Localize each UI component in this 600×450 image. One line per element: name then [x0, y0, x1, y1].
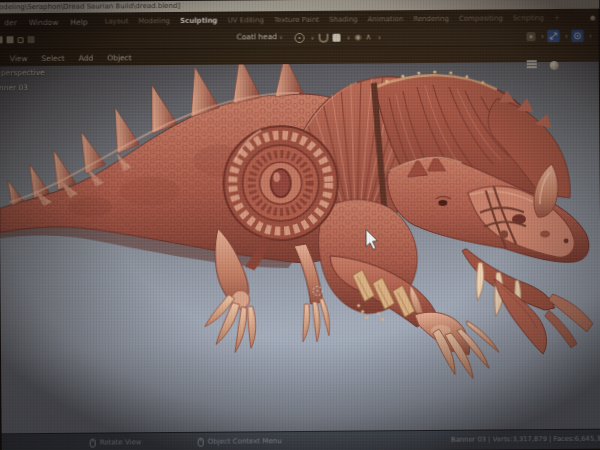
active-object-label: nner 03: [0, 83, 28, 92]
show-gizmo-icon[interactable]: [547, 30, 559, 42]
mouse-icon: [90, 438, 96, 447]
tab-layout[interactable]: Layout: [100, 17, 134, 25]
options-icon[interactable]: [28, 36, 35, 43]
tab-uv-editing[interactable]: UV Editing: [222, 16, 269, 24]
show-overlays-icon[interactable]: [571, 30, 583, 42]
mouse-icon: [198, 437, 204, 446]
view-perspective-label: perspective: [1, 68, 45, 77]
tool-icon[interactable]: [18, 37, 24, 43]
toggle-xray-icon[interactable]: [527, 60, 537, 68]
transform-orientation-label: Coatl head: [236, 32, 277, 41]
tab-compositing[interactable]: Compositing: [454, 14, 508, 22]
blender-window: odeling\Seraphon\Dread Saurian Build\dre…: [0, 0, 600, 450]
tool-settings-icon[interactable]: [526, 32, 535, 41]
menu-view[interactable]: View: [3, 54, 35, 63]
chevron-down-icon: ∨: [311, 35, 315, 41]
tab-rendering[interactable]: Rendering: [408, 15, 454, 23]
tab-shading[interactable]: Shading: [324, 16, 362, 24]
chevron-down-icon: ∨: [347, 35, 351, 41]
3d-viewport-canvas[interactable]: [0, 0, 600, 450]
rope-knot: [500, 230, 508, 238]
context-menu-hint: Object Context Menu: [208, 437, 282, 446]
snap-magnet-icon[interactable]: [319, 33, 329, 42]
menu-window[interactable]: Window: [23, 17, 65, 26]
viewport-toggles: ∨ ∨ ∨: [526, 30, 592, 43]
status-bar: Rotate View Object Context Menu Banner 0…: [2, 429, 600, 450]
mode-icon[interactable]: [7, 36, 14, 43]
chevron-down-icon: ∨: [540, 33, 544, 39]
chevron-down-icon: ∨: [564, 33, 568, 39]
photographed-monitor-screen: odeling\Seraphon\Dread Saurian Build\dre…: [0, 0, 600, 450]
tab-modeling[interactable]: Modeling: [133, 17, 175, 25]
menu-object[interactable]: Object: [100, 53, 139, 62]
tab-animation[interactable]: Animation: [363, 15, 409, 23]
viewport-shading-icon[interactable]: [550, 61, 559, 70]
menu-render[interactable]: der: [0, 18, 23, 27]
photo-tilt-wrapper: odeling\Seraphon\Dread Saurian Build\dre…: [0, 0, 600, 450]
menu-select[interactable]: Select: [34, 53, 71, 62]
snapping-controls: ∨ ∨ ◉ ∧ ∨: [294, 32, 381, 43]
falloff-curve-icon[interactable]: ∧: [366, 33, 372, 41]
chevron-down-icon: ∨: [279, 34, 283, 40]
tab-texture-paint[interactable]: Texture Paint: [269, 16, 324, 24]
scene-selector-icon[interactable]: [590, 15, 595, 20]
editor-type-icons: [0, 36, 35, 43]
status-middle-hint: Object Context Menu: [198, 437, 282, 447]
viewport-menus: View Select Add Object: [0, 53, 139, 63]
chevron-down-icon: ∨: [588, 33, 592, 39]
scene-statistics: Banner 03 | Verts:3,317,879 | Faces:6,64…: [451, 435, 600, 444]
editor-type-icon[interactable]: [0, 36, 3, 43]
menu-add[interactable]: Add: [72, 53, 101, 62]
tab-add-workspace[interactable]: +: [549, 14, 565, 22]
transform-orientation-dropdown[interactable]: Coatl head ∨: [236, 32, 283, 41]
tab-scripting[interactable]: Scripting: [508, 14, 549, 22]
chevron-down-icon: ∨: [377, 34, 381, 40]
pivot-point-icon[interactable]: [294, 33, 304, 43]
proportional-editing-icon[interactable]: ◉: [355, 34, 362, 42]
workspace-tabs: Layout Modeling Sculpting UV Editing Tex…: [100, 14, 566, 26]
rotate-view-hint: Rotate View: [100, 438, 142, 446]
menu-help[interactable]: Help: [64, 17, 93, 26]
window-title: odeling\Seraphon\Dread Saurian Build\dre…: [0, 2, 180, 11]
snap-target-icon[interactable]: [333, 34, 341, 42]
status-left-hint: Rotate View: [90, 438, 142, 447]
tab-sculpting[interactable]: Sculpting: [175, 17, 222, 25]
